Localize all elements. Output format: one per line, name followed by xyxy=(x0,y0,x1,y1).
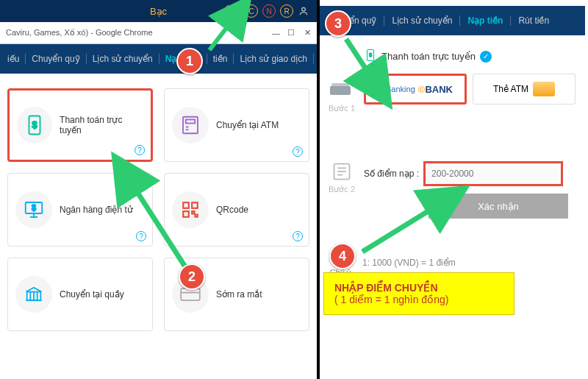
annotation-box: NHẬP ĐIỂM CHUYỀN ( 1 diểm = 1 nghìn đồng… xyxy=(323,272,514,315)
site-top-bar: Bạc C N R xyxy=(0,0,317,22)
provider-row: E-Banking ©BANK Thẻ ATM xyxy=(364,74,578,105)
monitor-dollar-icon: $ xyxy=(15,191,52,228)
svg-line-39 xyxy=(362,199,448,252)
help-icon[interactable]: ? xyxy=(293,231,303,241)
card-atm-transfer[interactable]: Chuyển tại ATM ? xyxy=(164,88,309,162)
annotation-2: 2 xyxy=(179,263,205,290)
atm-icon xyxy=(172,107,209,144)
card-online-payment[interactable]: $ Thanh toán trực tuyến ? xyxy=(7,88,153,162)
box-line2: ( 1 diểm = 1 nghìn đồng) xyxy=(334,294,503,305)
arrow-1 xyxy=(206,6,250,60)
box-line1: NHẬP ĐIỂM CHUYỀN xyxy=(334,282,503,294)
the-atm-label: Thẻ ATM xyxy=(493,84,528,94)
svg-rect-19 xyxy=(181,288,200,300)
selected-method-row: $ Thanh toán trực tuyến ✓ xyxy=(364,46,578,66)
atm-card-icon xyxy=(533,82,555,96)
svg-point-0 xyxy=(302,7,306,11)
deposit-input[interactable] xyxy=(423,161,563,186)
chrome-title-bar: Caviru, Games, Xố xó) - Google Chrome — … xyxy=(0,22,317,44)
rtab-deposit[interactable]: Nạp tiền xyxy=(459,15,510,26)
nav-tabs-right: Chuyển quỹ Lịch sử chuyển Nạp tiền Rút t… xyxy=(320,6,585,35)
nav-tabs-left: iếu Chuyển quỹ Lịch sử chuyển Nạp tiền t… xyxy=(0,44,317,74)
card-label: Chuyển tại ATM xyxy=(216,120,279,130)
deposit-row: Số điểm nạp : xyxy=(364,161,578,186)
provider-atm-card[interactable]: Thẻ ATM xyxy=(473,74,576,105)
window-minimize[interactable]: — xyxy=(272,29,280,38)
svg-rect-4 xyxy=(186,120,196,124)
arrow-4 xyxy=(356,191,459,260)
annotation-4: 4 xyxy=(329,243,356,269)
annotation-1: 1 xyxy=(176,48,203,74)
rtab-history[interactable]: Lịch sử chuyển xyxy=(384,15,459,26)
bank-icon xyxy=(15,276,52,313)
form-icon xyxy=(330,161,354,182)
tab-balance[interactable]: iếu xyxy=(1,54,25,64)
svg-text:$: $ xyxy=(32,204,36,212)
svg-line-33 xyxy=(209,12,239,50)
annotation-3: 3 xyxy=(325,10,351,37)
chrome-title: Caviru, Games, Xố xó) - Google Chrome xyxy=(6,28,153,38)
n-icon[interactable]: N xyxy=(262,4,276,18)
r-icon[interactable]: R xyxy=(280,4,293,18)
svg-line-37 xyxy=(346,39,379,88)
card-label: Sớm ra mắt xyxy=(216,289,262,300)
window-maximize[interactable]: ☐ xyxy=(287,28,295,38)
selected-method-label: Thanh toán trực tuyến xyxy=(381,51,476,62)
card-label: QRcode xyxy=(216,205,248,215)
svg-line-35 xyxy=(125,173,191,276)
help-icon[interactable]: ? xyxy=(135,145,145,155)
step2-col: Bước 2 xyxy=(320,161,364,194)
phone-money-icon: $ xyxy=(17,107,52,144)
window-close[interactable]: ✕ xyxy=(304,28,311,38)
tab-promo[interactable]: Khuyến m xyxy=(313,54,317,64)
rtab-withdraw[interactable]: Rút tiền xyxy=(510,15,556,26)
arrow-3 xyxy=(340,33,392,102)
tab-history[interactable]: Lịch sử chuyển xyxy=(86,54,159,64)
svg-text:$: $ xyxy=(32,120,37,130)
card-label: Chuyển tại quầy xyxy=(60,289,124,300)
member-level: Bạc xyxy=(150,6,167,17)
help-icon[interactable]: ? xyxy=(293,146,303,157)
deposit-label: Số điểm nạp : xyxy=(364,169,419,179)
step1-content: $ Thanh toán trực tuyến ✓ E-Banking ©BAN… xyxy=(364,46,585,105)
step1-label: Bước 1 xyxy=(320,104,364,113)
user-icon[interactable] xyxy=(298,5,309,17)
obank-logo: ©BANK xyxy=(418,84,453,95)
tab-transfer[interactable]: Chuyển quỹ xyxy=(25,54,85,64)
card-label: Thanh toán trực tuyến xyxy=(60,115,143,135)
check-icon: ✓ xyxy=(480,51,492,63)
